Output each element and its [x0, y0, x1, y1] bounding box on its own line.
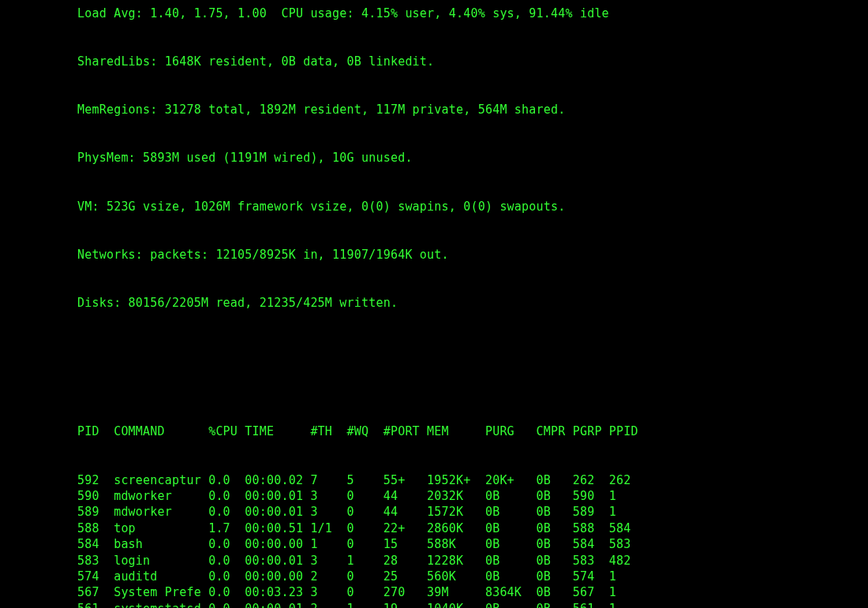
process-row: 574 auditd 0.0 00:00.00 2 0 25 560K 0B 0…	[77, 569, 791, 584]
summary-disks: Disks: 80156/2205M read, 21235/425M writ…	[77, 295, 791, 311]
summary-memregions: MemRegions: 31278 total, 1892M resident,…	[77, 102, 791, 117]
process-row: 583 login 0.0 00:00.01 3 1 28 1228K 0B 0…	[77, 553, 791, 569]
blank-line	[77, 375, 791, 391]
process-table-body: 592 screencaptur 0.0 00:00.02 7 5 55+ 19…	[77, 472, 791, 608]
process-row: 592 screencaptur 0.0 00:00.02 7 5 55+ 19…	[77, 472, 791, 488]
process-row: 590 mdworker 0.0 00:00.01 3 0 44 2032K 0…	[77, 488, 791, 504]
process-row: 589 mdworker 0.0 00:00.01 3 0 44 1572K 0…	[77, 504, 791, 520]
process-table-header: PID COMMAND %CPU TIME #TH #WQ #PORT MEM …	[77, 423, 791, 439]
process-row: 567 System Prefe 0.0 00:03.23 3 0 270 39…	[77, 584, 791, 600]
summary-sharedlibs: SharedLibs: 1648K resident, 0B data, 0B …	[77, 54, 791, 69]
process-row: 588 top 1.7 00:00.51 1/1 0 22+ 2860K 0B …	[77, 520, 791, 536]
summary-vm: VM: 523G vsize, 1026M framework vsize, 0…	[77, 199, 791, 214]
process-row: 584 bash 0.0 00:00.00 1 0 15 588K 0B 0B …	[77, 536, 791, 552]
terminal-window: Macintosh HD — top — 80×24 Processes: 21…	[71, 0, 797, 608]
summary-loadavg: Load Avg: 1.40, 1.75, 1.00 CPU usage: 4.…	[77, 6, 791, 21]
summary-networks: Networks: packets: 12105/8925K in, 11907…	[77, 247, 791, 263]
top-summary: Processes: 210 total, 2 running, 9 stuck…	[77, 0, 791, 343]
summary-physmem: PhysMem: 5893M used (1191M wired), 10G u…	[77, 150, 791, 166]
terminal-content[interactable]: Processes: 210 total, 2 running, 9 stuck…	[71, 0, 797, 608]
process-row: 561 systemstatsd 0.0 00:00.01 2 1 19 104…	[77, 601, 791, 608]
